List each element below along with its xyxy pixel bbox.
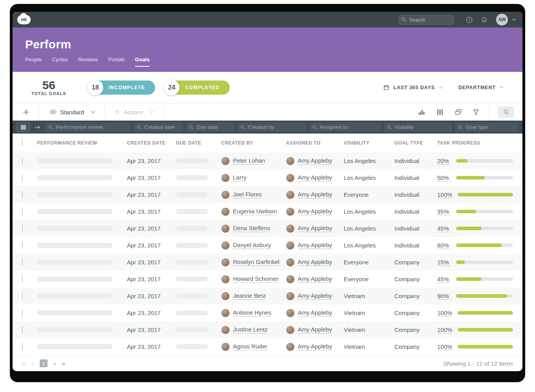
row-checkbox[interactable]: [22, 343, 23, 350]
progress-percent-link[interactable]: 100%: [437, 310, 452, 317]
row-checkbox[interactable]: [22, 309, 23, 317]
row-checkbox[interactable]: [22, 208, 23, 215]
progress-percent-link[interactable]: 80%: [437, 242, 451, 249]
arrow-right-icon[interactable]: [33, 125, 42, 129]
view-selector-dropdown[interactable]: Standard: [40, 103, 105, 121]
bar-chart-view-icon[interactable]: [418, 109, 425, 115]
progress-percent-link[interactable]: 100%: [437, 343, 452, 350]
previous-page-button[interactable]: ‹: [31, 360, 34, 367]
assigned-to-link[interactable]: Amy Appleby: [298, 242, 332, 249]
assigned-to-link[interactable]: Amy Appleby: [298, 326, 332, 333]
column-settings-button[interactable]: [16, 123, 30, 132]
last-page-button[interactable]: »: [62, 360, 65, 367]
incomplete-goals-badge[interactable]: 18 INCOMPLETE: [88, 81, 156, 95]
table-header-row: PERFORMANCE REVIEW CREATED DATE DUE DATE…: [13, 134, 522, 152]
filter-assigned-to-input[interactable]: [309, 123, 381, 132]
columns-view-icon[interactable]: [437, 109, 443, 115]
assigned-to-link[interactable]: Amy Appleby: [298, 157, 332, 165]
add-goal-button[interactable]: [13, 103, 40, 121]
progress-percent-link[interactable]: 35%: [437, 208, 451, 215]
filter-goal-type-input[interactable]: [455, 123, 519, 132]
row-checkbox[interactable]: [22, 326, 23, 333]
progress-bar-track: [456, 210, 513, 213]
progress-percent-link[interactable]: 50%: [437, 174, 451, 181]
row-checkbox[interactable]: [22, 242, 23, 249]
created-by-link[interactable]: Joel Flores: [233, 191, 262, 198]
row-checkbox[interactable]: [22, 174, 23, 181]
date-range-dropdown[interactable]: LAST 365 DAYS: [383, 84, 443, 90]
row-checkbox[interactable]: [22, 157, 23, 165]
created-by-link[interactable]: Larry: [233, 174, 246, 181]
hr-cloud-logo[interactable]: HR: [17, 15, 31, 24]
progress-percent-link[interactable]: 45%: [437, 276, 451, 283]
progress-percent-link[interactable]: 45%: [437, 225, 451, 232]
assigned-to-cell: Amy Appleby: [286, 258, 344, 267]
filter-created-by-input[interactable]: [237, 123, 306, 132]
actions-dropdown[interactable]: Actions: [105, 103, 164, 121]
created-by-link[interactable]: Jeanne Best: [233, 292, 266, 300]
help-icon[interactable]: ?: [466, 16, 473, 23]
cascade-cards-view-icon[interactable]: [455, 109, 462, 115]
created-by-link[interactable]: Danyel Asbury: [233, 242, 271, 249]
global-search: [398, 15, 454, 25]
filter-performance-review-input[interactable]: [45, 123, 131, 132]
created-by-link[interactable]: Justine Lentz: [233, 326, 268, 333]
assigned-to-link[interactable]: Amy Appleby: [298, 258, 332, 266]
current-page-button[interactable]: 1: [40, 359, 48, 367]
created-by-link[interactable]: Howard Schomer: [233, 275, 278, 283]
department-dropdown[interactable]: DEPARTMENT: [458, 85, 504, 90]
created-by-link[interactable]: Peter Lohan: [233, 157, 265, 165]
assigned-to-cell: Amy Appleby: [286, 275, 344, 284]
tab[interactable]: Cycles: [52, 57, 68, 67]
header-task-progress: TASK PROGRESS: [437, 140, 513, 146]
filter-due-date: [186, 123, 235, 132]
progress-percent-link[interactable]: 90%: [437, 293, 451, 300]
created-by-link[interactable]: Eugenia Uwilson: [233, 208, 277, 215]
row-checkbox[interactable]: [22, 275, 23, 283]
progress-percent-link[interactable]: 15%: [437, 259, 451, 266]
created-by-link[interactable]: Agnus Ruder: [233, 343, 268, 350]
next-page-button[interactable]: ›: [53, 360, 56, 367]
row-checkbox[interactable]: [22, 191, 23, 198]
created-by-avatar: [221, 241, 230, 250]
progress-percent-link[interactable]: 100%: [437, 326, 452, 333]
tab[interactable]: People: [25, 57, 42, 67]
created-by-cell: Eugenia Uwilson: [221, 207, 286, 216]
assigned-to-link[interactable]: Amy Appleby: [298, 208, 332, 215]
progress-percent-link[interactable]: 20%: [437, 158, 451, 165]
filter-funnel-icon[interactable]: [473, 109, 479, 115]
first-page-button[interactable]: «: [22, 360, 26, 367]
progress-percent-link[interactable]: 100%: [437, 191, 452, 198]
created-by-avatar: [221, 309, 230, 317]
assigned-to-link[interactable]: Amy Appleby: [298, 275, 332, 283]
assigned-to-cell: Amy Appleby: [286, 326, 344, 334]
global-search-input[interactable]: [398, 15, 454, 25]
row-checkbox[interactable]: [22, 292, 23, 300]
row-checkbox[interactable]: [22, 225, 23, 232]
due-date-placeholder: [176, 243, 208, 248]
completed-goals-badge[interactable]: 24 COMPLETED: [165, 81, 230, 95]
assigned-to-link[interactable]: Amy Appleby: [298, 343, 332, 350]
assigned-to-link[interactable]: Amy Appleby: [298, 225, 332, 232]
table-search-button[interactable]: [498, 106, 514, 118]
assigned-to-link[interactable]: Amy Appleby: [298, 309, 332, 317]
tab[interactable]: Portals: [108, 57, 125, 67]
progress-bar-track: [456, 159, 513, 163]
created-by-link[interactable]: Dena Steffens: [233, 225, 270, 232]
filter-visibility-input[interactable]: [384, 123, 452, 132]
user-menu-chevron-down-icon[interactable]: [512, 18, 516, 21]
assigned-to-cell: Amy Appleby: [286, 241, 344, 250]
created-by-link[interactable]: Roselyn Garfinkel: [233, 258, 279, 266]
created-by-link[interactable]: Antione Hynes: [233, 309, 271, 317]
assigned-to-link[interactable]: Amy Appleby: [298, 191, 332, 198]
assigned-to-link[interactable]: Amy Appleby: [298, 174, 332, 181]
row-checkbox[interactable]: [22, 258, 23, 266]
table-row: Apr 23, 2017 Joel Flores Amy Appleby Eve…: [13, 186, 522, 203]
filter-goal-type: [455, 123, 519, 132]
tab[interactable]: Reviews: [78, 57, 98, 67]
user-avatar[interactable]: AW: [496, 14, 508, 26]
assigned-to-link[interactable]: Amy Appleby: [298, 292, 332, 300]
notifications-bell-icon[interactable]: [481, 16, 487, 23]
tab[interactable]: Goals: [135, 57, 150, 67]
select-all-checkbox[interactable]: [22, 139, 23, 147]
